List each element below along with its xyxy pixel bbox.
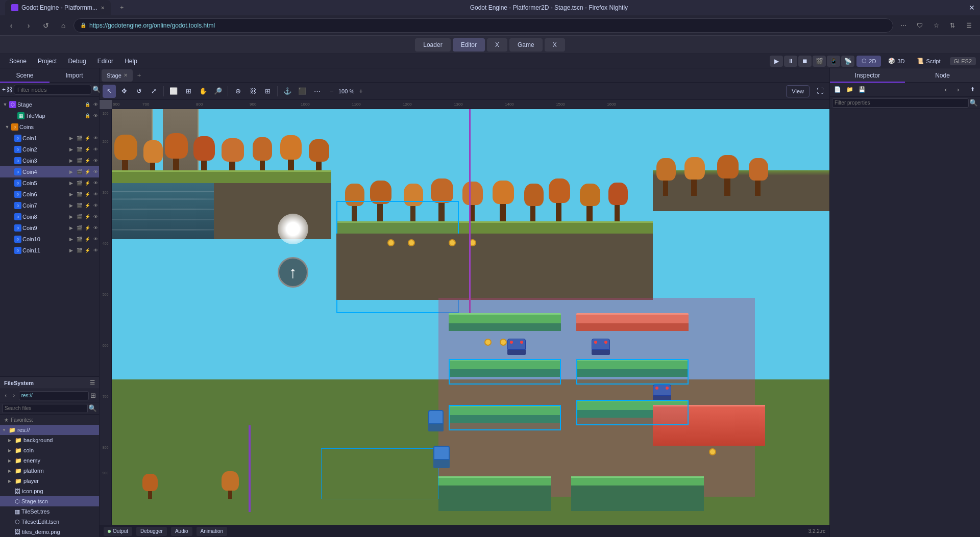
menu-project[interactable]: Project (33, 57, 62, 66)
tree-item-coin8[interactable]: ○ Coin8 ▶ 🎬 ⚡ 👁 (0, 211, 99, 222)
tilemap-lock[interactable]: 🔒 (84, 112, 91, 119)
expand-coins[interactable]: ▼ (4, 124, 10, 130)
fs-item-player[interactable]: ▶ 📁 player (0, 476, 99, 486)
add-node-btn[interactable]: + (2, 84, 6, 95)
zoom-out-btn[interactable]: − (327, 87, 336, 96)
select-tool[interactable]: ↖ (103, 85, 116, 98)
menu-debug[interactable]: Debug (63, 57, 91, 66)
expand-res[interactable]: ▼ (2, 428, 7, 432)
link-btn[interactable]: ⛓ (7, 84, 13, 95)
menu-editor[interactable]: Editor (92, 57, 118, 66)
tree-item-stage[interactable]: ▼ ⬡ Stage 🔒 👁 (0, 99, 99, 110)
tab-inspector[interactable]: Inspector (830, 68, 905, 83)
filter-props-search-btn[interactable]: 🔍 (969, 98, 978, 108)
url-bar[interactable]: 🔒 https://godotengine.org/online/godot.t… (74, 18, 893, 33)
fs-item-res[interactable]: ▼ 📁 res:// (0, 425, 99, 435)
extensions-btn[interactable]: ⋯ (896, 18, 911, 33)
movie-btn[interactable]: 🎬 (813, 56, 826, 67)
game-btn[interactable]: Game (509, 38, 543, 52)
lock-tool[interactable]: ⛓ (246, 85, 259, 98)
stage-lock[interactable]: 🔒 (84, 101, 91, 108)
editor-btn[interactable]: Editor (453, 38, 485, 52)
rotate-tool[interactable]: ↺ (132, 85, 145, 98)
grid-tool[interactable]: ⊞ (261, 85, 274, 98)
forward-btn[interactable]: › (21, 18, 36, 33)
tree-item-coin2[interactable]: ○ Coin2 ▶ 🎬 ⚡ 👁 (0, 144, 99, 155)
tree-item-coin1[interactable]: ○ Coin1 ▶ 🎬 ⚡ 👁 (0, 133, 99, 144)
sync-btn[interactable]: ⇅ (945, 18, 960, 33)
fs-item-enemy[interactable]: ▶ 📁 enemy (0, 455, 99, 466)
filesystem-menu-btn[interactable]: ☰ (90, 379, 95, 386)
audio-btn[interactable]: Audio (171, 527, 192, 536)
scale-tool[interactable]: ⤢ (147, 85, 160, 98)
stop-btn[interactable]: ⏹ (798, 56, 812, 67)
window-close-btn[interactable]: ✕ (969, 4, 975, 12)
pause-btn[interactable]: ⏸ (784, 56, 797, 67)
output-btn[interactable]: Output (104, 527, 132, 536)
tree-item-coin10[interactable]: ○ Coin10 ▶ 🎬 ⚡ 👁 (0, 234, 99, 245)
tree-item-coin7[interactable]: ○ Coin7 ▶ 🎬 ⚡ 👁 (0, 200, 99, 211)
expand-platform[interactable]: ▶ (8, 469, 13, 473)
animation-btn[interactable]: Animation (197, 527, 227, 536)
refresh-btn[interactable]: ↺ (39, 18, 53, 33)
tree-item-coin5[interactable]: ○ Coin5 ▶ 🎬 ⚡ 👁 (0, 177, 99, 189)
fs-path-input[interactable] (19, 391, 89, 400)
stage-eye[interactable]: 👁 (92, 101, 99, 108)
pan-tool[interactable]: ✋ (197, 85, 210, 98)
tab-scene[interactable]: Scene (0, 68, 50, 83)
anchor-tool[interactable]: ⚓ (281, 85, 294, 98)
mode-2d-btn[interactable]: ⬡ 2D (856, 56, 881, 67)
inspector-save-btn[interactable]: 💾 (856, 84, 868, 95)
tree-item-coins[interactable]: ▼ ○ Coins (0, 121, 99, 133)
menu-btn[interactable]: ☰ (962, 18, 976, 33)
loader-btn[interactable]: Loader (415, 38, 450, 52)
tree-item-coin9[interactable]: ○ Coin9 ▶ 🎬 ⚡ 👁 (0, 222, 99, 234)
new-tab-btn[interactable]: + (115, 1, 129, 15)
fs-item-icon[interactable]: 🖼 icon.png (0, 486, 99, 496)
tree-item-coin6[interactable]: ○ Coin6 ▶ 🎬 ⚡ 👁 (0, 189, 99, 200)
fullscreen-btn[interactable]: ⛶ (813, 85, 826, 98)
viewport-canvas[interactable]: 600 700 800 900 1000 1100 1200 1300 1400… (100, 100, 829, 525)
fs-layout-btn[interactable]: ⊞ (90, 391, 97, 401)
active-tab[interactable]: Godot Engine - Platformm... ✕ (5, 0, 111, 15)
fs-item-stage[interactable]: ⬡ Stage.tscn (0, 496, 99, 506)
tree-item-tilemap[interactable]: ▦ TileMap 🔒 👁 (0, 110, 99, 121)
tree-item-coin4[interactable]: ○ Coin4 ▶ 🎬 ⚡ 👁 (0, 166, 99, 177)
debugger-btn[interactable]: Debugger (136, 527, 167, 536)
more-tool[interactable]: ⋯ (310, 85, 324, 98)
deploy-btn[interactable]: 📱 (827, 56, 840, 67)
snap-tool[interactable]: ⊞ (182, 85, 195, 98)
mode-3d-btn[interactable]: 🎲 3D (883, 56, 910, 67)
fs-item-tilesetEdit[interactable]: ⬡ TilesetEdit.tscn (0, 517, 99, 527)
menu-help[interactable]: Help (119, 57, 142, 66)
pivot-tool[interactable]: ⊕ (231, 85, 244, 98)
game-area[interactable]: ↑ (112, 109, 829, 525)
view-btn[interactable]: View (786, 85, 810, 97)
tab-node[interactable]: Node (905, 68, 980, 83)
zoom-area-tool[interactable]: 🔎 (211, 85, 225, 98)
tab-close[interactable]: ✕ (101, 5, 105, 11)
inspector-file-btn[interactable]: 📄 (832, 84, 843, 95)
tree-item-coin11[interactable]: ○ Coin11 ▶ 🎬 ⚡ 👁 (0, 245, 99, 256)
fs-forward-btn[interactable]: › (10, 391, 17, 401)
stage-tab-close[interactable]: ✕ (124, 72, 128, 78)
game-close-btn[interactable]: X (545, 38, 565, 52)
inspector-forward-btn[interactable]: › (952, 84, 964, 95)
star-btn[interactable]: ☆ (929, 18, 943, 33)
menu-scene[interactable]: Scene (4, 57, 32, 66)
inspector-layout-btn[interactable]: ⬆ (967, 84, 978, 95)
add-viewport-btn[interactable]: + (134, 70, 145, 81)
fs-item-background[interactable]: ▶ 📁 background (0, 435, 99, 445)
tab-import[interactable]: Import (50, 68, 99, 83)
rect-tool[interactable]: ⬜ (167, 85, 180, 98)
filter-nodes-input[interactable] (14, 85, 91, 95)
play-btn[interactable]: ▶ (770, 56, 783, 67)
editor-close-btn[interactable]: X (487, 38, 507, 52)
fs-back-btn[interactable]: ‹ (2, 391, 9, 401)
fs-item-tileset[interactable]: ▦ TileSet.tres (0, 506, 99, 517)
expand-background[interactable]: ▶ (8, 438, 13, 443)
tree-item-coin3[interactable]: ○ Coin3 ▶ 🎬 ⚡ 👁 (0, 155, 99, 166)
fs-item-tiles-demo[interactable]: 🖼 tiles_demo.png (0, 527, 99, 537)
mode-script-btn[interactable]: 📜 Script (912, 56, 945, 67)
fs-item-coin[interactable]: ▶ 📁 coin (0, 445, 99, 455)
